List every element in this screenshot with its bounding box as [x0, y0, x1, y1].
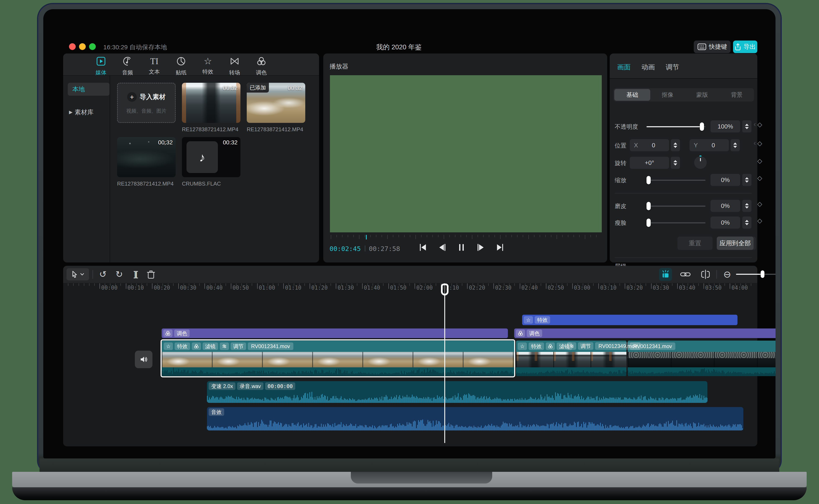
color-track-bar[interactable]: 调色	[162, 328, 508, 338]
timeline-ruler[interactable]: 00:0000:1000:2000:3000:4000:5001:0001:10…	[63, 283, 757, 293]
select-tool-button[interactable]	[66, 268, 89, 280]
smooth-value[interactable]: 0%	[711, 200, 740, 212]
media-item-video[interactable]: 已添加 00:32	[247, 83, 305, 123]
tab-color[interactable]: 调色	[249, 56, 273, 76]
ruler-tick	[231, 283, 231, 289]
playhead-line[interactable]	[444, 283, 445, 443]
keyframe-icon[interactable]: ◇	[757, 174, 762, 182]
tab-audio[interactable]: 音频	[115, 56, 140, 76]
video-clip[interactable]: ☆ 特效 滤镜 调节 RV0012341.mov	[162, 341, 514, 376]
subtab-background[interactable]: 背景	[720, 88, 754, 102]
split-clip-button[interactable]	[700, 270, 711, 279]
shortcut-button[interactable]: 快捷键	[694, 41, 731, 53]
position-y-stepper[interactable]	[731, 139, 740, 151]
media-item-name: CRUMBS.FLAC	[182, 181, 240, 187]
slim-value[interactable]: 0%	[711, 216, 740, 229]
scrubber-tick	[495, 235, 495, 237]
ruler-tick	[714, 283, 714, 286]
media-item-video[interactable]: 00:32	[182, 83, 240, 123]
import-material-button[interactable]: + 导入素材 视频、音频、图片	[117, 83, 176, 123]
effect-track-bar[interactable]: ☆ 特效	[522, 315, 737, 325]
tricircle-icon	[516, 330, 525, 337]
split-button[interactable]: ][	[130, 268, 141, 280]
star-icon: ☆	[164, 342, 173, 350]
tab-adjust[interactable]: 调节	[666, 63, 679, 72]
video-clip[interactable]: RV0012341.mov	[628, 341, 776, 376]
link-clips-button[interactable]	[680, 270, 691, 279]
playhead-handle[interactable]	[440, 283, 449, 296]
ruler-tick	[514, 283, 515, 286]
ruler-tick	[567, 283, 568, 286]
sidebar-item-library[interactable]: ▶ 素材库	[68, 106, 106, 119]
scale-slider[interactable]	[647, 176, 706, 184]
ruler-tick	[740, 283, 741, 286]
subtab-mask[interactable]: 蒙版	[685, 88, 719, 102]
rotation-value[interactable]: +0°	[630, 157, 669, 169]
ruler-tick	[536, 283, 536, 286]
opacity-slider[interactable]	[647, 122, 706, 131]
position-y-field[interactable]: Y 0	[690, 139, 729, 151]
rotation-knob[interactable]	[694, 156, 707, 169]
color-track-bar[interactable]: 调色	[514, 328, 776, 338]
window-close-button[interactable]	[69, 43, 76, 50]
reset-button-dup: 重置	[678, 237, 713, 250]
smooth-stepper[interactable]	[742, 200, 751, 212]
keyframe-icon[interactable]: ◇	[757, 217, 762, 224]
skip-end-button[interactable]	[495, 243, 505, 252]
media-item-audio[interactable]: ♪ 00:32	[182, 137, 240, 177]
slim-stepper[interactable]	[742, 216, 751, 229]
keyframe-icon[interactable]: ◇	[757, 140, 762, 147]
subtab-keying[interactable]: 抠像	[650, 88, 685, 102]
opacity-value[interactable]: 100%	[711, 120, 740, 132]
ruler-tick	[478, 283, 478, 286]
window-zoom-button[interactable]	[89, 43, 96, 50]
undo-button[interactable]: ↺	[97, 268, 109, 280]
redo-button[interactable]: ↻	[113, 268, 125, 280]
audio-clip-sfx[interactable]: 音效	[207, 407, 743, 430]
ruler-tick	[367, 283, 368, 286]
apply-all-button[interactable]: 应用到全部	[717, 237, 754, 250]
frame-forward-button[interactable]	[476, 243, 485, 252]
timecode-total: 00:27:58	[369, 245, 400, 252]
tab-effects[interactable]: ☆ 特效	[196, 56, 220, 75]
preview-scrubber[interactable]	[330, 235, 602, 241]
position-x-field[interactable]: X 0	[630, 139, 669, 151]
keyframe-icon[interactable]: ◇	[757, 200, 762, 207]
rotation-stepper[interactable]	[671, 157, 680, 169]
tab-picture[interactable]: 画面	[617, 63, 631, 72]
scrubber-tick	[596, 235, 597, 237]
keyframe-icon[interactable]: ◇	[757, 157, 762, 164]
track-mute-button[interactable]	[135, 351, 152, 368]
ruler-tick	[693, 283, 694, 286]
sidebar-item-local[interactable]: 本地	[68, 83, 110, 96]
keyframe-icon[interactable]: ◇	[757, 121, 762, 128]
pause-button[interactable]	[457, 243, 466, 252]
zoom-out-button[interactable]: ⊖	[721, 267, 733, 281]
window-minimize-button[interactable]	[79, 43, 86, 50]
delete-button[interactable]	[146, 270, 155, 279]
scale-stepper[interactable]	[742, 174, 751, 186]
tab-sticker[interactable]: 贴纸	[169, 56, 193, 76]
opacity-stepper[interactable]	[742, 120, 751, 132]
position-x-stepper[interactable]	[671, 139, 680, 151]
export-button[interactable]: 导出	[733, 41, 757, 53]
ruler-tick	[614, 283, 615, 286]
tab-media[interactable]: 媒体	[89, 56, 113, 76]
tab-transitions[interactable]: 转场	[222, 56, 247, 76]
media-item-video[interactable]: 00:32	[117, 137, 176, 177]
frame-back-button[interactable]	[438, 243, 447, 252]
audio-clip-recording[interactable]: 变速 2.0x 录音.wav 00:00:00	[207, 381, 707, 403]
tab-animation[interactable]: 动画	[642, 63, 655, 72]
ruler-tick	[457, 283, 457, 286]
scale-value[interactable]: 0%	[711, 174, 740, 186]
scrubber-tick	[478, 235, 478, 237]
scrubber-tick	[489, 235, 489, 237]
subtab-group: 基础 抠像 蒙版 背景	[614, 88, 754, 102]
timeline-zoom-slider[interactable]	[736, 270, 776, 278]
tab-text[interactable]: TI 文本	[142, 56, 166, 75]
smooth-slider[interactable]	[647, 202, 706, 210]
subtab-basic[interactable]: 基础	[614, 89, 650, 101]
preview-axis-button[interactable]	[659, 268, 672, 281]
skip-start-button[interactable]	[419, 243, 428, 252]
slim-slider[interactable]	[647, 219, 706, 227]
